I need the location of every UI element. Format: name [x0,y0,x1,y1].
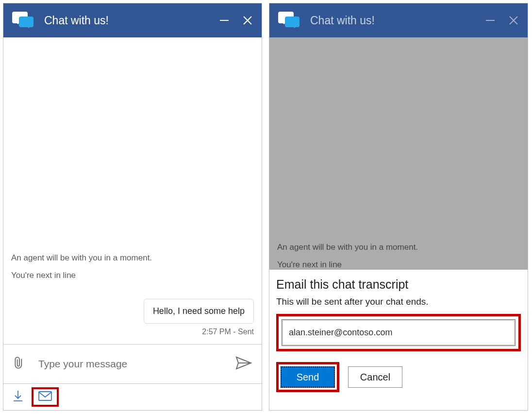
status-next-in-line: You're next in line [277,260,520,270]
chat-header: Chat with us! [3,3,262,37]
cancel-button[interactable]: Cancel [348,366,402,388]
download-transcript-icon[interactable] [13,390,23,404]
status-agent-moment: An agent will be with you in a moment. [277,242,520,252]
email-transcript-highlight [32,387,59,407]
chat-body: An agent will be with you in a moment. Y… [3,37,262,410]
chat-title: Chat with us! [44,14,219,27]
email-input-highlight: alan.steiner@contoso.com [276,314,521,351]
chat-title: Chat with us! [310,14,485,27]
send-button-highlight: Send [276,362,339,392]
svg-rect-6 [39,392,51,400]
chat-bubbles-icon [12,11,33,30]
close-button[interactable] [242,15,253,26]
message-meta: 2:57 PM - Sent [11,328,254,336]
chat-body-dimmed: An agent will be with you in a moment. Y… [269,37,528,270]
status-next-in-line: You're next in line [11,271,254,280]
message-input[interactable] [37,358,229,370]
minimize-button[interactable] [485,15,496,26]
email-panel-title: Email this chat transcript [276,277,521,292]
email-panel-subtitle: This will be sent after your chat ends. [276,296,521,307]
chat-header: Chat with us! [269,3,528,37]
send-button[interactable]: Send [281,366,335,388]
attachment-icon[interactable] [13,356,26,372]
status-agent-moment: An agent will be with you in a moment. [11,253,254,263]
chat-window-left: Chat with us! An agent will be with you … [3,3,262,411]
chat-bubbles-icon [278,11,299,30]
minimize-button[interactable] [219,15,230,26]
chat-window-right: Chat with us! An agent will be with you … [269,3,528,411]
email-input[interactable]: alan.steiner@contoso.com [282,319,515,346]
close-button[interactable] [508,15,519,26]
email-transcript-icon[interactable] [38,391,52,403]
send-icon[interactable] [235,356,252,372]
user-message-bubble: Hello, I need some help [144,299,254,324]
email-transcript-panel: Email this chat transcript This will be … [269,270,528,410]
